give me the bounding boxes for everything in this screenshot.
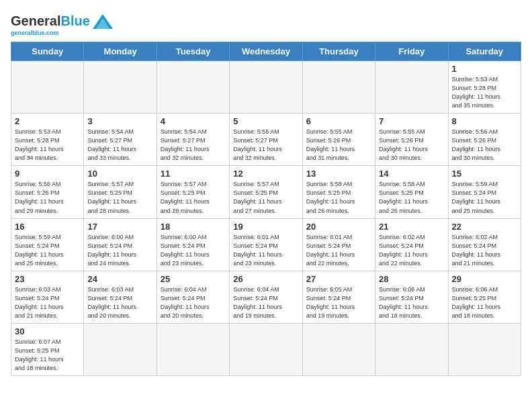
day-info: Sunrise: 6:00 AM Sunset: 5:24 PM Dayligh… bbox=[161, 233, 226, 268]
day-number: 22 bbox=[452, 222, 517, 232]
calendar-cell: 3Sunrise: 5:54 AM Sunset: 5:27 PM Daylig… bbox=[84, 113, 157, 166]
day-info: Sunrise: 5:58 AM Sunset: 5:25 PM Dayligh… bbox=[379, 180, 444, 215]
calendar-cell: 24Sunrise: 6:03 AM Sunset: 5:24 PM Dayli… bbox=[84, 271, 157, 323]
day-number: 30 bbox=[15, 326, 80, 336]
calendar-cell: 19Sunrise: 6:01 AM Sunset: 5:24 PM Dayli… bbox=[230, 218, 302, 271]
day-info: Sunrise: 6:03 AM Sunset: 5:24 PM Dayligh… bbox=[15, 285, 80, 320]
calendar-cell: 9Sunrise: 5:56 AM Sunset: 5:26 PM Daylig… bbox=[11, 166, 84, 218]
day-number: 23 bbox=[15, 274, 80, 284]
day-info: Sunrise: 5:53 AM Sunset: 5:28 PM Dayligh… bbox=[15, 128, 80, 163]
calendar-cell: 17Sunrise: 6:00 AM Sunset: 5:24 PM Dayli… bbox=[84, 218, 157, 271]
day-number: 1 bbox=[452, 64, 517, 74]
day-info: Sunrise: 6:06 AM Sunset: 5:24 PM Dayligh… bbox=[379, 285, 444, 320]
day-info: Sunrise: 6:01 AM Sunset: 5:24 PM Dayligh… bbox=[306, 233, 371, 268]
calendar-cell: 30Sunrise: 6:07 AM Sunset: 5:25 PM Dayli… bbox=[11, 323, 84, 375]
calendar-cell bbox=[302, 323, 375, 375]
day-info: Sunrise: 6:02 AM Sunset: 5:24 PM Dayligh… bbox=[379, 233, 444, 268]
calendar-cell bbox=[302, 61, 375, 113]
day-number: 4 bbox=[161, 116, 226, 126]
day-info: Sunrise: 6:07 AM Sunset: 5:25 PM Dayligh… bbox=[15, 338, 80, 373]
day-info: Sunrise: 6:06 AM Sunset: 5:25 PM Dayligh… bbox=[452, 285, 517, 320]
day-info: Sunrise: 5:56 AM Sunset: 5:26 PM Dayligh… bbox=[15, 180, 80, 215]
day-number: 8 bbox=[452, 116, 517, 126]
calendar-cell: 13Sunrise: 5:58 AM Sunset: 5:25 PM Dayli… bbox=[302, 166, 375, 218]
page-header: GeneralBlue generalblue.com bbox=[11, 11, 521, 36]
day-number: 20 bbox=[306, 222, 371, 232]
day-info: Sunrise: 5:57 AM Sunset: 5:25 PM Dayligh… bbox=[233, 180, 298, 215]
day-number: 10 bbox=[87, 169, 152, 179]
calendar-cell bbox=[375, 61, 448, 113]
calendar-cell bbox=[157, 61, 229, 113]
calendar-cell bbox=[230, 61, 302, 113]
calendar-cell: 1Sunrise: 5:53 AM Sunset: 5:28 PM Daylig… bbox=[448, 61, 521, 113]
day-header-thursday: Thursday bbox=[302, 42, 375, 61]
day-info: Sunrise: 5:55 AM Sunset: 5:26 PM Dayligh… bbox=[306, 128, 371, 163]
day-number: 26 bbox=[233, 274, 298, 284]
day-info: Sunrise: 5:54 AM Sunset: 5:27 PM Dayligh… bbox=[161, 128, 226, 163]
calendar-cell: 5Sunrise: 5:55 AM Sunset: 5:27 PM Daylig… bbox=[230, 113, 302, 166]
day-number: 18 bbox=[161, 222, 226, 232]
day-info: Sunrise: 5:54 AM Sunset: 5:27 PM Dayligh… bbox=[87, 128, 152, 163]
calendar-cell: 16Sunrise: 5:59 AM Sunset: 5:24 PM Dayli… bbox=[11, 218, 84, 271]
calendar-week-row: 2Sunrise: 5:53 AM Sunset: 5:28 PM Daylig… bbox=[11, 113, 521, 166]
calendar-cell bbox=[230, 323, 302, 375]
day-info: Sunrise: 5:57 AM Sunset: 5:25 PM Dayligh… bbox=[161, 180, 226, 215]
day-info: Sunrise: 5:57 AM Sunset: 5:25 PM Dayligh… bbox=[87, 180, 152, 215]
day-number: 28 bbox=[379, 274, 444, 284]
day-header-friday: Friday bbox=[375, 42, 448, 61]
calendar-cell: 10Sunrise: 5:57 AM Sunset: 5:25 PM Dayli… bbox=[84, 166, 157, 218]
day-number: 21 bbox=[379, 222, 444, 232]
calendar-week-row: 16Sunrise: 5:59 AM Sunset: 5:24 PM Dayli… bbox=[11, 218, 521, 271]
calendar-cell: 20Sunrise: 6:01 AM Sunset: 5:24 PM Dayli… bbox=[302, 218, 375, 271]
calendar-cell: 23Sunrise: 6:03 AM Sunset: 5:24 PM Dayli… bbox=[11, 271, 84, 323]
calendar-cell: 6Sunrise: 5:55 AM Sunset: 5:26 PM Daylig… bbox=[302, 113, 375, 166]
calendar-header-row: SundayMondayTuesdayWednesdayThursdayFrid… bbox=[11, 42, 521, 61]
calendar-cell bbox=[84, 61, 157, 113]
day-header-sunday: Sunday bbox=[11, 42, 84, 61]
day-number: 13 bbox=[306, 169, 371, 179]
calendar-cell: 15Sunrise: 5:59 AM Sunset: 5:24 PM Dayli… bbox=[448, 166, 521, 218]
calendar-cell: 18Sunrise: 6:00 AM Sunset: 5:24 PM Dayli… bbox=[157, 218, 229, 271]
day-number: 11 bbox=[161, 169, 226, 179]
day-info: Sunrise: 6:01 AM Sunset: 5:24 PM Dayligh… bbox=[233, 233, 298, 268]
day-info: Sunrise: 6:05 AM Sunset: 5:24 PM Dayligh… bbox=[306, 285, 371, 320]
calendar-week-row: 9Sunrise: 5:56 AM Sunset: 5:26 PM Daylig… bbox=[11, 166, 521, 218]
logo-tagline: generalblue.com bbox=[11, 30, 59, 36]
day-header-monday: Monday bbox=[84, 42, 157, 61]
day-number: 29 bbox=[452, 274, 517, 284]
calendar-table: SundayMondayTuesdayWednesdayThursdayFrid… bbox=[11, 42, 521, 376]
day-info: Sunrise: 5:53 AM Sunset: 5:28 PM Dayligh… bbox=[452, 75, 517, 110]
calendar-cell: 12Sunrise: 5:57 AM Sunset: 5:25 PM Dayli… bbox=[230, 166, 302, 218]
calendar-cell: 21Sunrise: 6:02 AM Sunset: 5:24 PM Dayli… bbox=[375, 218, 448, 271]
day-info: Sunrise: 5:55 AM Sunset: 5:26 PM Dayligh… bbox=[379, 128, 444, 163]
calendar-cell: 2Sunrise: 5:53 AM Sunset: 5:28 PM Daylig… bbox=[11, 113, 84, 166]
calendar-cell: 4Sunrise: 5:54 AM Sunset: 5:27 PM Daylig… bbox=[157, 113, 229, 166]
day-number: 25 bbox=[161, 274, 226, 284]
calendar-cell bbox=[157, 323, 229, 375]
day-info: Sunrise: 6:04 AM Sunset: 5:24 PM Dayligh… bbox=[161, 285, 226, 320]
calendar-cell: 11Sunrise: 5:57 AM Sunset: 5:25 PM Dayli… bbox=[157, 166, 229, 218]
logo-text: GeneralBlue bbox=[11, 13, 90, 29]
day-number: 3 bbox=[87, 116, 152, 126]
day-number: 24 bbox=[87, 274, 152, 284]
day-number: 6 bbox=[306, 116, 371, 126]
day-number: 19 bbox=[233, 222, 298, 232]
day-number: 7 bbox=[379, 116, 444, 126]
day-info: Sunrise: 5:58 AM Sunset: 5:25 PM Dayligh… bbox=[306, 180, 371, 215]
calendar-cell bbox=[84, 323, 157, 375]
day-number: 27 bbox=[306, 274, 371, 284]
day-info: Sunrise: 6:03 AM Sunset: 5:24 PM Dayligh… bbox=[87, 285, 152, 320]
calendar-cell: 22Sunrise: 6:02 AM Sunset: 5:24 PM Dayli… bbox=[448, 218, 521, 271]
day-info: Sunrise: 5:56 AM Sunset: 5:26 PM Dayligh… bbox=[452, 128, 517, 163]
day-header-saturday: Saturday bbox=[448, 42, 521, 61]
logo: GeneralBlue generalblue.com bbox=[11, 11, 113, 36]
calendar-week-row: 1Sunrise: 5:53 AM Sunset: 5:28 PM Daylig… bbox=[11, 61, 521, 113]
calendar-cell: 28Sunrise: 6:06 AM Sunset: 5:24 PM Dayli… bbox=[375, 271, 448, 323]
calendar-cell: 27Sunrise: 6:05 AM Sunset: 5:24 PM Dayli… bbox=[302, 271, 375, 323]
day-header-tuesday: Tuesday bbox=[157, 42, 229, 61]
day-number: 14 bbox=[379, 169, 444, 179]
day-info: Sunrise: 5:59 AM Sunset: 5:24 PM Dayligh… bbox=[452, 180, 517, 215]
day-info: Sunrise: 6:00 AM Sunset: 5:24 PM Dayligh… bbox=[87, 233, 152, 268]
calendar-cell: 14Sunrise: 5:58 AM Sunset: 5:25 PM Dayli… bbox=[375, 166, 448, 218]
day-number: 15 bbox=[452, 169, 517, 179]
